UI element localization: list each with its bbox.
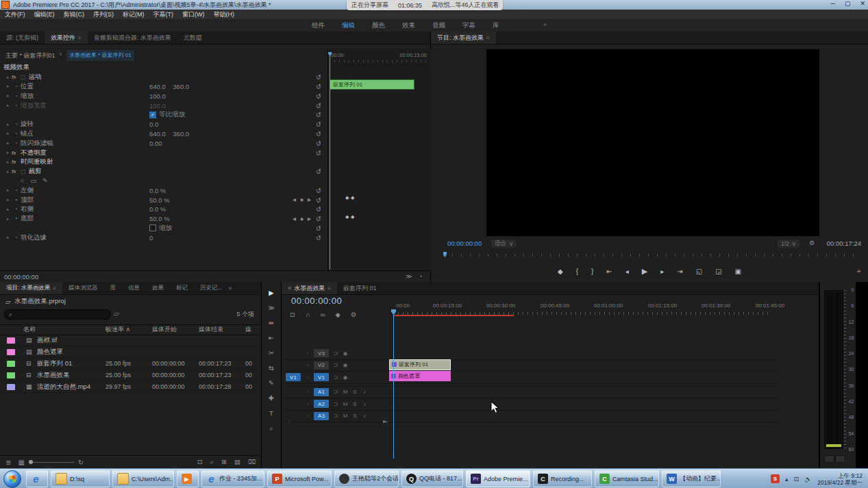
tab-info[interactable]: 信息 [122,282,146,294]
hand-tool[interactable]: ✚ [269,394,274,402]
param-value[interactable]: 640.0 360.0 [149,83,189,90]
slip-tool[interactable]: ⇆ [269,364,274,372]
master-track-row[interactable]: ▫ ⇤ [286,416,778,426]
tab-history[interactable]: 历史记... [194,282,229,294]
reset-icon[interactable]: ↺ [316,168,321,175]
icon-view-icon[interactable]: ▦ [18,459,24,466]
toggle-animation-icon[interactable]: ◔ [419,273,422,280]
column-name[interactable]: 名称 [23,325,36,334]
track-a2[interactable]: ▫ A2 ⊃ M S ♪ [286,398,778,411]
media-name[interactable]: 嵌套序列 01 [37,359,72,368]
param-row-rotation[interactable]: ▸ ◔ 旋转 0.0 ↺ [0,120,327,129]
media-name[interactable]: 流逝的大自然.mp4 [37,383,90,391]
chevron-down-icon[interactable]: ∨ [59,51,62,57]
clip-color-matte[interactable]: 颜色遮罩 [389,371,451,382]
label-color-chip[interactable] [7,384,15,390]
media-name[interactable]: 颜色遮罩 [37,348,63,357]
sync-lock-icon[interactable]: ⊃ [331,362,340,368]
track-v1[interactable]: V1 ▫ V1 ⊃ ◉ [286,372,778,384]
new-item-icon[interactable]: ▤ [234,458,240,466]
audio-meter-well[interactable] [824,290,843,449]
param-value[interactable]: 0.00 [149,140,162,147]
list-view-icon[interactable]: ≣ [5,459,11,466]
column-media-end[interactable]: 媒体结束 [199,325,223,334]
workspace-color[interactable]: 颜色 [372,21,385,30]
project-file-name[interactable]: 水墨画效果.prproj [14,297,65,306]
resolution-dropdown[interactable]: 1/2 ∨ [778,240,799,248]
panel-menu-icon[interactable]: ≡ [53,285,56,292]
param-row-scale[interactable]: ▸ ◔ 缩放 100.0 ↺ [0,91,327,101]
pen-tool[interactable]: ✎ [269,379,274,387]
label-color-chip[interactable] [7,372,15,378]
panel-overflow-icon[interactable]: » [229,285,232,292]
new-bin-icon[interactable]: ⊞ [221,458,227,466]
sogou-input-icon[interactable]: S [771,474,780,483]
workspace-editing[interactable]: 编辑 [342,21,355,30]
reset-icon[interactable]: ↺ [316,83,321,90]
menu-sequence[interactable]: 序列(S) [93,10,114,19]
stopwatch-icon-active[interactable]: ◔ [12,216,21,222]
panel-menu-icon[interactable]: ≡ [486,35,490,41]
media-row[interactable]: ⊟ 嵌套序列 01 25.00 fps 00:00:00:00 00:00:17… [0,358,261,370]
param-row-position[interactable]: ▸ ◔ 位置 640.0 360.0 ↺ [0,82,327,92]
reset-icon[interactable]: ↺ [316,224,321,232]
workspace-titles[interactable]: 字幕 [462,21,475,30]
chevron-right-icon[interactable]: ▸ [4,150,12,155]
effect-row-crop[interactable]: ▸ fx ⬚ 裁剪 ↺ [0,167,327,177]
loop-icon[interactable]: ↻ [78,459,84,466]
track-target-v1[interactable]: V1 [314,373,329,381]
timeline-ruler[interactable]: 00:00 00:00:15:00 00:00:30:00 00:00:45:0… [282,303,778,311]
sync-lock-icon[interactable]: ⊃ [331,389,340,395]
taskbar-chat-sessions[interactable]: 王艳聪等2个会话 [334,470,399,487]
chevron-right-icon[interactable]: ▸ [4,140,12,146]
taskbar-qq-call[interactable]: Q QQ电话 - 817... [401,470,463,487]
param-row-right[interactable]: ▸ ◔ 右侧 0.0 % ↺ [0,205,327,214]
track-target-a1[interactable]: A1 [314,388,329,396]
timeline-settings-icon[interactable]: ⚙ [351,311,357,318]
insert-overwrite-icon[interactable]: ⊡ [290,311,295,318]
step-back-icon[interactable]: ◂ [625,268,629,275]
export-frame-icon[interactable]: ▣ [735,268,741,275]
media-table-header[interactable]: 名称 帧速率 ∧ 媒体开始 媒体结束 媒 [0,324,261,335]
chevron-right-icon[interactable]: ▸ [4,235,12,240]
menu-edit[interactable]: 编辑(E) [34,10,55,19]
tab-audio-mixer[interactable]: 音频剪辑混合器: 水墨画效果 [88,31,177,44]
chevron-right-icon[interactable]: ▸ [4,159,12,165]
tab-project[interactable]: 项目: 水墨画效果 ≡ [0,282,62,294]
media-row[interactable]: ▤ 颜色遮罩 [0,346,261,358]
sync-lock-icon[interactable]: ⊃ [331,374,340,381]
step-forward-icon[interactable]: ▸ [660,268,664,275]
media-row[interactable]: ⊟ 水墨画效果 25.00 fps 00:00:00:00 00:00:17:2… [0,370,261,381]
tab-sequence-nested[interactable]: 嵌套序列 01 [337,282,383,294]
stopwatch-icon[interactable]: ◔ [12,103,21,109]
button-editor-icon[interactable]: + [857,267,861,275]
param-value[interactable]: 0.0 % [149,187,166,194]
param-value[interactable]: 0 [149,234,153,242]
workspace-audio[interactable]: 音频 [432,21,445,30]
go-to-in-icon[interactable]: ⇤ [606,268,612,275]
taskbar-premiere[interactable]: Pr Adobe Premie... [466,470,530,487]
track-target-v2[interactable]: V2 [314,361,329,370]
chevron-right-icon[interactable]: ▸ [4,84,12,89]
taskbar-powerpoint[interactable]: P Microsoft Pow... [267,470,332,487]
check-row-zoom[interactable]: 缩放 ↺ [0,224,327,233]
razor-tool[interactable]: ✂ [269,349,274,357]
label-color-chip[interactable] [7,349,15,355]
track-v3[interactable]: ▫ V3 ⊃ ◉ [286,348,778,360]
taskbar-folder-users[interactable]: C:\Users\Adm... [112,470,174,487]
check-row-uniform-scale[interactable]: ✓ 等比缩放 ↺ [0,110,327,120]
param-value[interactable]: 50.0 % [149,196,170,204]
track-lock-icon[interactable]: ▫ [303,374,312,381]
column-media-start[interactable]: 媒体开始 [152,325,177,334]
track-output-icon[interactable]: ◉ [340,362,350,368]
effect-controls-timeline[interactable]: 00:00 00:00:15:00 嵌套序列 01 ◆ ◆ ◆ ◆ [327,49,431,271]
find-icon[interactable]: ⌕ [210,458,214,466]
chevron-right-icon[interactable]: ▸ [4,93,12,99]
fx-badge-icon[interactable]: fx [12,168,21,175]
stopwatch-icon[interactable]: ◔ [12,131,21,137]
param-value[interactable]: 100.0 [149,102,166,110]
stopwatch-icon[interactable]: ◔ [12,235,21,241]
menu-window[interactable]: 窗口(W) [182,10,205,19]
media-row[interactable]: ▦ 流逝的大自然.mp4 29.97 fps 00:00:00:00 00:00… [0,381,261,393]
chevron-right-icon[interactable]: ▸ [4,197,12,203]
